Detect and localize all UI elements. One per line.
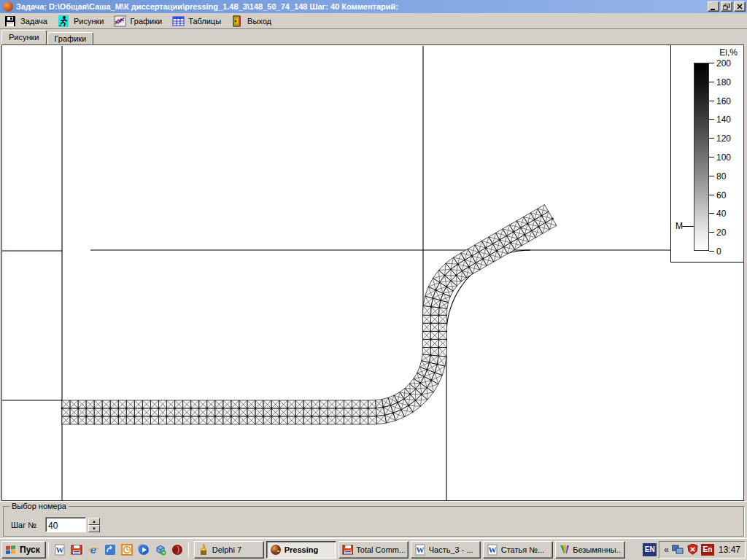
word-icon: W bbox=[54, 544, 66, 556]
legend-tick-label: 120 bbox=[716, 133, 731, 144]
quick-launch-internet-explorer[interactable]: e bbox=[86, 542, 101, 557]
legend-tick-label: 180 bbox=[716, 77, 731, 88]
svg-text:W: W bbox=[488, 545, 496, 554]
toolbar-button-running-man[interactable]: Рисунки bbox=[55, 14, 112, 28]
quick-launch-media-player[interactable] bbox=[136, 542, 151, 557]
window-title: Задача: D:\Общая\Саша_М\К диссертации\pr… bbox=[16, 2, 705, 11]
legend-tick-label: 20 bbox=[716, 228, 726, 238]
system-tray: EN « En 13:47 bbox=[643, 541, 746, 559]
taskbar-separator bbox=[188, 542, 189, 558]
close-button[interactable] bbox=[734, 1, 746, 12]
toolbar-button-table[interactable]: Таблицы bbox=[169, 14, 228, 28]
toolbar-button-label: Графики bbox=[130, 17, 162, 26]
drawing-canvas[interactable]: Ei,% 200180160140120100806040200 M bbox=[1, 44, 744, 501]
toolbar-button-label: Выход bbox=[247, 17, 271, 26]
legend-tick-label: 60 bbox=[716, 190, 726, 201]
media-player-icon bbox=[138, 544, 150, 556]
total-commander-icon bbox=[342, 544, 354, 556]
tab-label: Графики bbox=[55, 34, 87, 43]
task-button-pressing[interactable]: Pressing bbox=[266, 541, 336, 559]
minimize-icon bbox=[710, 4, 717, 10]
running-man-icon bbox=[58, 15, 70, 27]
legend-tick bbox=[709, 176, 714, 176]
title-bar[interactable]: Задача: D:\Общая\Саша_М\К диссертации\pr… bbox=[0, 0, 747, 13]
legend-tick-label: 80 bbox=[716, 171, 726, 182]
toolbar-button-chart[interactable]: Графики bbox=[111, 14, 169, 28]
language-indicator-secondary[interactable]: En bbox=[701, 544, 714, 556]
restore-button[interactable] bbox=[721, 1, 732, 12]
mail-icon bbox=[104, 544, 116, 556]
download-master-icon bbox=[121, 544, 133, 556]
task-button-label: Часть_3 - ... bbox=[429, 545, 473, 554]
legend-tick-label: 0 bbox=[716, 246, 721, 257]
word-doc-icon: W bbox=[487, 544, 498, 556]
quick-launch-mail[interactable] bbox=[103, 542, 117, 557]
quick-launch-cube-sync[interactable] bbox=[153, 542, 168, 557]
legend-tick bbox=[709, 157, 714, 158]
legend-tick-label: 100 bbox=[716, 152, 731, 163]
restore-icon bbox=[723, 4, 730, 10]
task-button-delphi-7[interactable]: Delphi 7 bbox=[194, 541, 264, 559]
arrow-down-icon: ▼ bbox=[92, 526, 96, 531]
task-button-label: Total Comm... bbox=[356, 545, 404, 554]
application-window: Задача: D:\Общая\Саша_М\К диссертации\pr… bbox=[0, 0, 747, 538]
toolbar: ЗадачаРисункиГрафикиТаблицыВыход bbox=[0, 13, 747, 29]
step-number-input[interactable] bbox=[45, 517, 86, 532]
step-number-label: Шаг № bbox=[11, 521, 36, 529]
task-button-label: Безымянны... bbox=[573, 545, 622, 554]
step-down-button[interactable]: ▼ bbox=[88, 525, 100, 532]
arrow-up-icon: ▲ bbox=[92, 519, 96, 524]
tray-collapse-chevron[interactable]: « bbox=[664, 545, 669, 555]
network-icon[interactable] bbox=[672, 544, 684, 555]
legend-gradient-bar bbox=[694, 63, 709, 251]
step-selection-group: Выбор номера Шаг № ▲ ▼ bbox=[3, 506, 744, 537]
legend-tick bbox=[709, 82, 714, 82]
group-label: Выбор номера bbox=[9, 502, 69, 510]
pressing-app-icon bbox=[270, 544, 282, 556]
total-commander-icon bbox=[71, 544, 82, 556]
svg-text:W: W bbox=[416, 545, 424, 554]
fem-mesh-cells bbox=[62, 205, 557, 424]
legend-tick bbox=[709, 232, 714, 233]
start-label: Пуск bbox=[20, 545, 40, 555]
svg-text:W: W bbox=[55, 545, 63, 554]
security-shield-icon[interactable] bbox=[687, 544, 698, 555]
task-button-label: Pressing bbox=[285, 545, 318, 554]
legend-tick bbox=[709, 195, 714, 195]
tab-рисунки[interactable]: Рисунки bbox=[1, 30, 47, 44]
task-buttons: Delphi 7PressingTotal Comm...WЧасть_3 - … bbox=[194, 541, 625, 559]
step-up-button[interactable]: ▲ bbox=[88, 518, 100, 525]
quick-launch-word[interactable]: W bbox=[53, 542, 67, 557]
toolbar-button-exit-door[interactable]: Выход bbox=[228, 14, 279, 28]
task-button-безымянны-[interactable]: Безымянны... bbox=[555, 541, 625, 559]
minimize-button[interactable] bbox=[708, 1, 719, 12]
task-button-часть-3-[interactable]: WЧасть_3 - ... bbox=[411, 541, 481, 559]
bottom-panel: Выбор номера Шаг № ▲ ▼ bbox=[0, 501, 747, 538]
chart-icon bbox=[114, 15, 126, 27]
windows-logo-icon bbox=[5, 545, 17, 555]
task-button-статья-[interactable]: WСтатья №... bbox=[483, 541, 553, 559]
svg-text:e: e bbox=[90, 544, 96, 556]
legend-tick bbox=[709, 138, 714, 139]
tab-bar: РисункиГрафики bbox=[0, 30, 747, 44]
quick-launch-opera[interactable] bbox=[170, 542, 185, 557]
legend-tick bbox=[709, 63, 714, 63]
legend-tick bbox=[709, 251, 714, 252]
word-doc-icon: W bbox=[414, 544, 426, 556]
opera-icon bbox=[171, 544, 183, 556]
start-button[interactable]: Пуск bbox=[1, 541, 46, 559]
task-button-total-comm-[interactable]: Total Comm... bbox=[338, 541, 409, 559]
legend-tick bbox=[709, 213, 714, 214]
quick-launch-download-master[interactable] bbox=[120, 542, 134, 557]
legend-tick bbox=[709, 119, 714, 120]
legend-tick-label: 140 bbox=[716, 114, 731, 125]
clock: 13:47 bbox=[717, 545, 740, 555]
toolbar-button-label: Задача bbox=[20, 17, 47, 26]
tab-графики[interactable]: Графики bbox=[47, 32, 94, 44]
legend-marker-line bbox=[682, 226, 694, 227]
close-icon bbox=[737, 4, 743, 10]
cube-sync-icon bbox=[155, 544, 166, 556]
toolbar-button-save[interactable]: Задача bbox=[1, 14, 55, 28]
language-indicator[interactable]: EN bbox=[643, 543, 657, 556]
quick-launch-total-commander[interactable] bbox=[69, 542, 84, 557]
